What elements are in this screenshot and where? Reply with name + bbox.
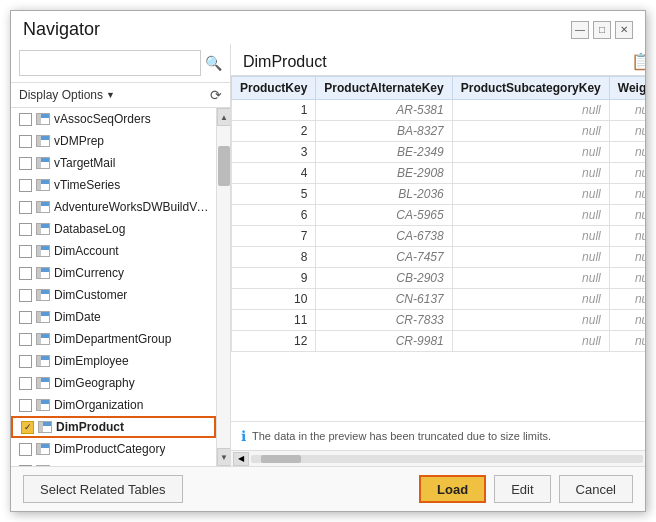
tree-item[interactable]: DimCurrency bbox=[11, 262, 216, 284]
export-icon[interactable]: 📋 bbox=[631, 52, 645, 71]
truncation-notice: ℹ The data in the preview has been trunc… bbox=[231, 421, 645, 450]
dialog-footer: Select Related Tables Load Edit Cancel bbox=[11, 466, 645, 511]
checkbox[interactable] bbox=[19, 333, 32, 346]
checkbox[interactable] bbox=[19, 267, 32, 280]
table-row: 9CB-2903nullnull bbox=[232, 268, 646, 289]
table-icon bbox=[36, 135, 50, 147]
scroll-left-button[interactable]: ◀ bbox=[233, 452, 249, 466]
tree-item[interactable]: DimProductSubcategory bbox=[11, 460, 216, 466]
alt-key-cell: AR-5381 bbox=[316, 100, 452, 121]
checkbox[interactable] bbox=[19, 355, 32, 368]
refresh-icon[interactable]: ⟳ bbox=[210, 87, 222, 103]
tree-item[interactable]: DimProduct bbox=[11, 416, 216, 438]
table-row: 5BL-2036nullnull bbox=[232, 184, 646, 205]
subcategory-key-cell: null bbox=[452, 289, 609, 310]
tree-item[interactable]: vTimeSeries bbox=[11, 174, 216, 196]
info-icon: ℹ bbox=[241, 428, 246, 444]
tree-item[interactable]: vDMPrep bbox=[11, 130, 216, 152]
load-button[interactable]: Load bbox=[419, 475, 486, 503]
tree-item-label: vTimeSeries bbox=[54, 178, 120, 192]
weight-cell: null bbox=[609, 184, 645, 205]
checkbox[interactable] bbox=[19, 311, 32, 324]
table-icon bbox=[38, 421, 52, 433]
navigator-dialog: Navigator — □ ✕ 🔍 Display Options ▼ ⟳ bbox=[10, 10, 646, 512]
tree-item[interactable]: DimGeography bbox=[11, 372, 216, 394]
footer-right: Load Edit Cancel bbox=[419, 475, 633, 503]
close-button[interactable]: ✕ bbox=[615, 21, 633, 39]
checkbox[interactable] bbox=[19, 289, 32, 302]
tree-item[interactable]: DimDepartmentGroup bbox=[11, 328, 216, 350]
weight-cell: null bbox=[609, 310, 645, 331]
tree-item-label: DimGeography bbox=[54, 376, 135, 390]
preview-title: DimProduct bbox=[243, 53, 327, 71]
horizontal-scrollbar: ◀ ▶ bbox=[231, 450, 645, 466]
checkbox[interactable] bbox=[19, 135, 32, 148]
table-row: 8CA-7457nullnull bbox=[232, 247, 646, 268]
checkbox[interactable] bbox=[19, 201, 32, 214]
tree-item[interactable]: DimOrganization bbox=[11, 394, 216, 416]
product-key-cell: 10 bbox=[232, 289, 316, 310]
tree-item[interactable]: DimProductCategory bbox=[11, 438, 216, 460]
display-options-arrow: ▼ bbox=[106, 90, 115, 100]
tree-item[interactable]: DimCustomer bbox=[11, 284, 216, 306]
cancel-button[interactable]: Cancel bbox=[559, 475, 633, 503]
checkbox[interactable] bbox=[19, 223, 32, 236]
weight-cell: null bbox=[609, 247, 645, 268]
edit-button[interactable]: Edit bbox=[494, 475, 550, 503]
subcategory-key-cell: null bbox=[452, 142, 609, 163]
tree-item[interactable]: vAssocSeqOrders bbox=[11, 108, 216, 130]
checkbox[interactable] bbox=[19, 399, 32, 412]
subcategory-key-cell: null bbox=[452, 163, 609, 184]
checkbox[interactable] bbox=[19, 245, 32, 258]
footer-left: Select Related Tables bbox=[23, 475, 183, 503]
product-key-cell: 8 bbox=[232, 247, 316, 268]
tree-item[interactable]: vTargetMail bbox=[11, 152, 216, 174]
tree-item[interactable]: DatabaseLog bbox=[11, 218, 216, 240]
tree-item[interactable]: AdventureWorksDWBuildVersion bbox=[11, 196, 216, 218]
table-icon bbox=[36, 201, 50, 213]
product-key-cell: 12 bbox=[232, 331, 316, 352]
checkbox[interactable] bbox=[19, 113, 32, 126]
table-icon bbox=[36, 245, 50, 257]
tree-item[interactable]: DimEmployee bbox=[11, 350, 216, 372]
display-options-bar: Display Options ▼ ⟳ bbox=[11, 83, 230, 108]
checkbox[interactable] bbox=[19, 465, 32, 467]
h-scroll-thumb[interactable] bbox=[261, 455, 301, 463]
scroll-thumb[interactable] bbox=[218, 146, 230, 186]
minimize-button[interactable]: — bbox=[571, 21, 589, 39]
left-panel: 🔍 Display Options ▼ ⟳ vAssocSeqOrdersvDM… bbox=[11, 44, 231, 466]
checkbox[interactable] bbox=[19, 443, 32, 456]
checkbox[interactable] bbox=[19, 377, 32, 390]
display-options-label: Display Options bbox=[19, 88, 103, 102]
tree-item-label: AdventureWorksDWBuildVersion bbox=[54, 200, 212, 214]
display-options-button[interactable]: Display Options ▼ bbox=[19, 88, 115, 102]
scroll-up-button[interactable]: ▲ bbox=[217, 108, 230, 126]
alt-key-cell: BL-2036 bbox=[316, 184, 452, 205]
table-icon bbox=[36, 113, 50, 125]
checkbox[interactable] bbox=[21, 421, 34, 434]
alt-key-cell: BE-2908 bbox=[316, 163, 452, 184]
product-key-cell: 3 bbox=[232, 142, 316, 163]
tree-item[interactable]: DimAccount bbox=[11, 240, 216, 262]
tree-item-label: DimProductSubcategory bbox=[54, 464, 184, 466]
select-related-tables-button[interactable]: Select Related Tables bbox=[23, 475, 183, 503]
search-input[interactable] bbox=[19, 50, 201, 76]
title-bar: Navigator — □ ✕ bbox=[11, 11, 645, 44]
subcategory-key-cell: null bbox=[452, 100, 609, 121]
truncation-text: The data in the preview has been truncat… bbox=[252, 430, 551, 442]
column-header: Weigh bbox=[609, 77, 645, 100]
search-icon[interactable]: 🔍 bbox=[205, 55, 222, 71]
tree-item[interactable]: DimDate bbox=[11, 306, 216, 328]
checkbox[interactable] bbox=[19, 157, 32, 170]
checkbox[interactable] bbox=[19, 179, 32, 192]
subcategory-key-cell: null bbox=[452, 184, 609, 205]
weight-cell: null bbox=[609, 205, 645, 226]
table-icon bbox=[36, 157, 50, 169]
table-icon bbox=[36, 311, 50, 323]
table-row: 1AR-5381nullnull bbox=[232, 100, 646, 121]
dialog-title: Navigator bbox=[23, 19, 100, 40]
tree-item-label: vDMPrep bbox=[54, 134, 104, 148]
scroll-down-button[interactable]: ▼ bbox=[217, 448, 230, 466]
alt-key-cell: CR-9981 bbox=[316, 331, 452, 352]
maximize-button[interactable]: □ bbox=[593, 21, 611, 39]
